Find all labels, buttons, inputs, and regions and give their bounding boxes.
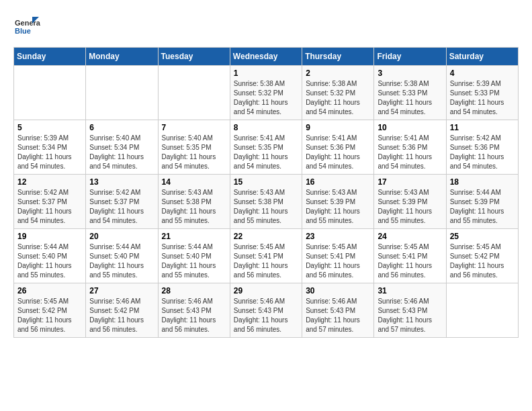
day-of-week-header: Friday bbox=[374, 48, 446, 66]
day-number: 21 bbox=[162, 232, 226, 241]
day-info: Sunrise: 5:44 AM Sunset: 5:39 PM Dayligh… bbox=[450, 188, 515, 226]
day-number: 8 bbox=[234, 123, 298, 132]
calendar-cell: 16Sunrise: 5:43 AM Sunset: 5:39 PM Dayli… bbox=[302, 175, 374, 229]
day-number: 17 bbox=[378, 177, 442, 187]
calendar-cell: 9Sunrise: 5:41 AM Sunset: 5:36 PM Daylig… bbox=[302, 120, 374, 175]
day-of-week-header: Sunday bbox=[14, 48, 86, 66]
calendar-cell: 22Sunrise: 5:45 AM Sunset: 5:41 PM Dayli… bbox=[230, 229, 302, 283]
day-number: 29 bbox=[234, 286, 298, 295]
calendar-week-row: 1Sunrise: 5:38 AM Sunset: 5:32 PM Daylig… bbox=[14, 66, 519, 120]
day-info: Sunrise: 5:46 AM Sunset: 5:43 PM Dayligh… bbox=[162, 297, 226, 334]
day-number: 1 bbox=[234, 68, 298, 78]
day-info: Sunrise: 5:39 AM Sunset: 5:33 PM Dayligh… bbox=[450, 79, 515, 117]
day-number: 7 bbox=[162, 123, 226, 132]
day-of-week-header: Tuesday bbox=[158, 48, 230, 66]
calendar-week-row: 19Sunrise: 5:44 AM Sunset: 5:40 PM Dayli… bbox=[14, 229, 519, 283]
day-info: Sunrise: 5:41 AM Sunset: 5:35 PM Dayligh… bbox=[234, 134, 298, 171]
day-number: 20 bbox=[89, 232, 154, 241]
day-number: 16 bbox=[306, 177, 370, 187]
day-info: Sunrise: 5:44 AM Sunset: 5:40 PM Dayligh… bbox=[89, 242, 154, 280]
calendar-cell: 1Sunrise: 5:38 AM Sunset: 5:32 PM Daylig… bbox=[230, 66, 302, 120]
calendar-cell: 10Sunrise: 5:41 AM Sunset: 5:36 PM Dayli… bbox=[374, 120, 446, 175]
day-number: 6 bbox=[89, 123, 154, 132]
day-number: 25 bbox=[450, 232, 515, 241]
calendar-cell: 23Sunrise: 5:45 AM Sunset: 5:41 PM Dayli… bbox=[302, 229, 374, 283]
calendar-cell bbox=[86, 66, 158, 120]
day-number: 4 bbox=[450, 68, 515, 78]
calendar-cell: 14Sunrise: 5:43 AM Sunset: 5:38 PM Dayli… bbox=[158, 175, 230, 229]
day-number: 11 bbox=[450, 123, 515, 132]
calendar-cell: 3Sunrise: 5:38 AM Sunset: 5:33 PM Daylig… bbox=[374, 66, 446, 120]
day-info: Sunrise: 5:46 AM Sunset: 5:42 PM Dayligh… bbox=[89, 297, 154, 334]
day-info: Sunrise: 5:46 AM Sunset: 5:43 PM Dayligh… bbox=[378, 297, 442, 334]
day-info: Sunrise: 5:39 AM Sunset: 5:34 PM Dayligh… bbox=[17, 134, 82, 171]
calendar-cell: 20Sunrise: 5:44 AM Sunset: 5:40 PM Dayli… bbox=[86, 229, 158, 283]
calendar-cell: 11Sunrise: 5:42 AM Sunset: 5:36 PM Dayli… bbox=[446, 120, 518, 175]
day-number: 28 bbox=[162, 286, 226, 295]
day-info: Sunrise: 5:43 AM Sunset: 5:39 PM Dayligh… bbox=[378, 188, 442, 226]
calendar-cell: 15Sunrise: 5:43 AM Sunset: 5:38 PM Dayli… bbox=[230, 175, 302, 229]
day-of-week-header: Thursday bbox=[302, 48, 374, 66]
day-of-week-header: Wednesday bbox=[230, 48, 302, 66]
day-info: Sunrise: 5:43 AM Sunset: 5:38 PM Dayligh… bbox=[162, 188, 226, 226]
day-number: 12 bbox=[17, 177, 82, 187]
calendar-cell: 31Sunrise: 5:46 AM Sunset: 5:43 PM Dayli… bbox=[374, 283, 446, 338]
day-number: 18 bbox=[450, 177, 515, 187]
day-number: 13 bbox=[89, 177, 154, 187]
day-info: Sunrise: 5:41 AM Sunset: 5:36 PM Dayligh… bbox=[378, 134, 442, 171]
day-info: Sunrise: 5:45 AM Sunset: 5:42 PM Dayligh… bbox=[450, 242, 515, 280]
day-number: 3 bbox=[378, 68, 442, 78]
calendar-cell: 8Sunrise: 5:41 AM Sunset: 5:35 PM Daylig… bbox=[230, 120, 302, 175]
calendar-cell: 5Sunrise: 5:39 AM Sunset: 5:34 PM Daylig… bbox=[14, 120, 86, 175]
calendar-cell: 4Sunrise: 5:39 AM Sunset: 5:33 PM Daylig… bbox=[446, 66, 518, 120]
day-number: 15 bbox=[234, 177, 298, 187]
day-info: Sunrise: 5:44 AM Sunset: 5:40 PM Dayligh… bbox=[17, 242, 82, 280]
day-info: Sunrise: 5:45 AM Sunset: 5:42 PM Dayligh… bbox=[17, 297, 82, 334]
day-number: 22 bbox=[234, 232, 298, 241]
day-info: Sunrise: 5:43 AM Sunset: 5:39 PM Dayligh… bbox=[306, 188, 370, 226]
calendar-cell: 17Sunrise: 5:43 AM Sunset: 5:39 PM Dayli… bbox=[374, 175, 446, 229]
day-info: Sunrise: 5:46 AM Sunset: 5:43 PM Dayligh… bbox=[306, 297, 370, 334]
day-info: Sunrise: 5:38 AM Sunset: 5:32 PM Dayligh… bbox=[306, 79, 370, 117]
calendar-cell: 26Sunrise: 5:45 AM Sunset: 5:42 PM Dayli… bbox=[14, 283, 86, 338]
calendar-cell bbox=[446, 283, 518, 338]
calendar-week-row: 12Sunrise: 5:42 AM Sunset: 5:37 PM Dayli… bbox=[14, 175, 519, 229]
calendar-cell: 19Sunrise: 5:44 AM Sunset: 5:40 PM Dayli… bbox=[14, 229, 86, 283]
day-info: Sunrise: 5:40 AM Sunset: 5:35 PM Dayligh… bbox=[162, 134, 226, 171]
calendar-cell: 2Sunrise: 5:38 AM Sunset: 5:32 PM Daylig… bbox=[302, 66, 374, 120]
calendar-cell bbox=[14, 66, 86, 120]
calendar-cell bbox=[158, 66, 230, 120]
calendar-cell: 29Sunrise: 5:46 AM Sunset: 5:43 PM Dayli… bbox=[230, 283, 302, 338]
day-of-week-header: Saturday bbox=[446, 48, 518, 66]
calendar-cell: 21Sunrise: 5:44 AM Sunset: 5:40 PM Dayli… bbox=[158, 229, 230, 283]
day-number: 10 bbox=[378, 123, 442, 132]
logo: GeneralBlue bbox=[13, 13, 40, 40]
day-number: 9 bbox=[306, 123, 370, 132]
day-info: Sunrise: 5:41 AM Sunset: 5:36 PM Dayligh… bbox=[306, 134, 370, 171]
calendar-cell: 13Sunrise: 5:42 AM Sunset: 5:37 PM Dayli… bbox=[86, 175, 158, 229]
day-number: 27 bbox=[89, 286, 154, 295]
page-header: GeneralBlue bbox=[13, 13, 519, 40]
day-info: Sunrise: 5:42 AM Sunset: 5:37 PM Dayligh… bbox=[17, 188, 82, 226]
day-info: Sunrise: 5:40 AM Sunset: 5:34 PM Dayligh… bbox=[89, 134, 154, 171]
day-number: 5 bbox=[17, 123, 82, 132]
logo-svg: GeneralBlue bbox=[13, 13, 40, 40]
day-number: 2 bbox=[306, 68, 370, 78]
calendar-cell: 6Sunrise: 5:40 AM Sunset: 5:34 PM Daylig… bbox=[86, 120, 158, 175]
day-number: 26 bbox=[17, 286, 82, 295]
calendar-table: SundayMondayTuesdayWednesdayThursdayFrid… bbox=[13, 47, 519, 338]
calendar-cell: 18Sunrise: 5:44 AM Sunset: 5:39 PM Dayli… bbox=[446, 175, 518, 229]
day-number: 23 bbox=[306, 232, 370, 241]
day-info: Sunrise: 5:45 AM Sunset: 5:41 PM Dayligh… bbox=[306, 242, 370, 280]
day-info: Sunrise: 5:43 AM Sunset: 5:38 PM Dayligh… bbox=[234, 188, 298, 226]
day-number: 30 bbox=[306, 286, 370, 295]
calendar-cell: 27Sunrise: 5:46 AM Sunset: 5:42 PM Dayli… bbox=[86, 283, 158, 338]
calendar-cell: 12Sunrise: 5:42 AM Sunset: 5:37 PM Dayli… bbox=[14, 175, 86, 229]
day-info: Sunrise: 5:44 AM Sunset: 5:40 PM Dayligh… bbox=[162, 242, 226, 280]
calendar-week-row: 5Sunrise: 5:39 AM Sunset: 5:34 PM Daylig… bbox=[14, 120, 519, 175]
day-info: Sunrise: 5:42 AM Sunset: 5:37 PM Dayligh… bbox=[89, 188, 154, 226]
day-info: Sunrise: 5:42 AM Sunset: 5:36 PM Dayligh… bbox=[450, 134, 515, 171]
day-number: 31 bbox=[378, 286, 442, 295]
calendar-week-row: 26Sunrise: 5:45 AM Sunset: 5:42 PM Dayli… bbox=[14, 283, 519, 338]
day-info: Sunrise: 5:38 AM Sunset: 5:33 PM Dayligh… bbox=[378, 79, 442, 117]
